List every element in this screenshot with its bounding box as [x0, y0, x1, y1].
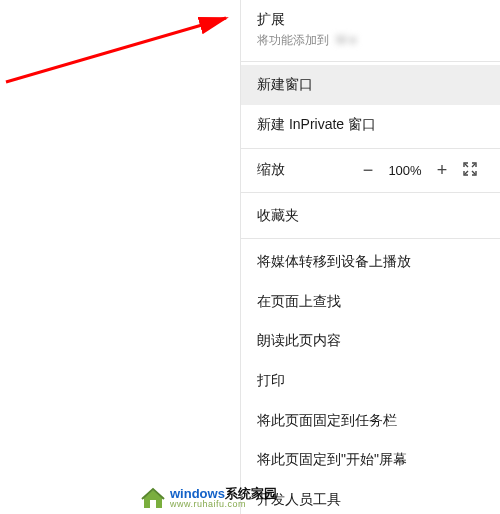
menu-divider — [241, 61, 500, 62]
zoom-out-button[interactable]: − — [354, 160, 382, 181]
watermark-text: windows系统家园 www.ruhaifu.com — [170, 487, 277, 509]
menu-item-extensions[interactable]: 扩展 将功能添加到 M e — [241, 0, 500, 58]
fullscreen-icon[interactable] — [456, 162, 484, 179]
menu-item-dev-tools[interactable]: 开发人员工具 — [241, 480, 500, 514]
browser-settings-menu: 扩展 将功能添加到 M e 新建窗口 新建 InPrivate 窗口 缩放 − … — [240, 0, 500, 514]
menu-divider — [241, 192, 500, 193]
zoom-label: 缩放 — [257, 161, 354, 179]
menu-item-read-aloud[interactable]: 朗读此页内容 — [241, 321, 500, 361]
watermark-logo-icon — [140, 486, 166, 510]
menu-item-find[interactable]: 在页面上查找 — [241, 282, 500, 322]
menu-item-zoom: 缩放 − 100% + — [241, 152, 500, 189]
menu-item-new-window[interactable]: 新建窗口 — [241, 65, 500, 105]
menu-divider — [241, 148, 500, 149]
extensions-title: 扩展 — [241, 0, 500, 32]
watermark: windows系统家园 www.ruhaifu.com — [140, 486, 277, 510]
menu-item-pin-taskbar[interactable]: 将此页面固定到任务栏 — [241, 401, 500, 441]
svg-line-0 — [6, 18, 226, 82]
menu-item-favorites[interactable]: 收藏夹 — [241, 196, 500, 236]
zoom-in-button[interactable]: + — [428, 160, 456, 181]
svg-rect-1 — [150, 500, 156, 508]
zoom-percentage: 100% — [382, 163, 428, 178]
annotation-arrow — [0, 12, 260, 92]
menu-item-print[interactable]: 打印 — [241, 361, 500, 401]
menu-divider — [241, 238, 500, 239]
menu-item-new-inprivate[interactable]: 新建 InPrivate 窗口 — [241, 105, 500, 145]
menu-item-pin-start[interactable]: 将此页固定到"开始"屏幕 — [241, 440, 500, 480]
menu-item-cast[interactable]: 将媒体转移到设备上播放 — [241, 242, 500, 282]
extensions-subtitle: 将功能添加到 M e — [241, 32, 500, 59]
